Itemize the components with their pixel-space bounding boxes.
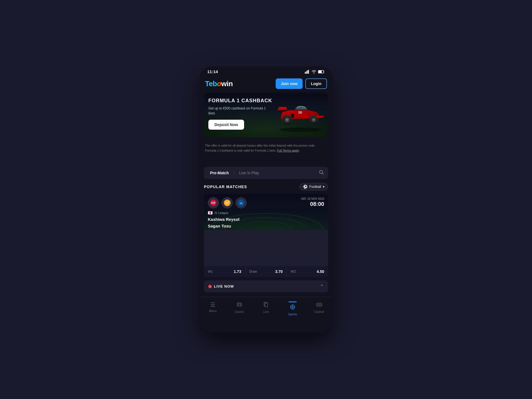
svg-rect-2 <box>307 70 308 74</box>
popular-matches-title: POPULAR MATCHES <box>204 185 247 189</box>
logo-o: o <box>217 80 221 88</box>
status-icons <box>305 70 325 74</box>
match-odds: W1 1.73 Draw 3.70 W2 4.50 <box>204 266 328 277</box>
nav-cashier-label: Cashier <box>314 310 324 313</box>
svg-point-35 <box>240 305 241 306</box>
team1-name: Kashiwa Reysol <box>208 216 324 223</box>
svg-rect-1 <box>306 71 307 74</box>
wifi-icon <box>311 70 316 74</box>
promo-title: FORMULA 1 CASHBACK <box>208 98 324 104</box>
odds-label-draw: Draw <box>249 270 257 273</box>
tab-live-in-play[interactable]: Live In Play <box>237 168 261 178</box>
svg-text:J1: J1 <box>240 202 242 204</box>
nav-cashier[interactable]: Cashier <box>306 300 332 318</box>
odds-w1[interactable]: W1 1.73 <box>204 266 245 277</box>
menu-icon: ☰ <box>210 301 215 308</box>
popular-header: POPULAR MATCHES ⚽ Football ▾ <box>204 183 328 191</box>
chevron-down-icon: ▾ <box>323 185 324 189</box>
svg-rect-37 <box>265 303 268 307</box>
nav-menu[interactable]: ☰ Menu <box>200 300 226 318</box>
match-datetime: SAT, 25 NOV 2023 08:00 <box>301 197 324 207</box>
match-teams: Kashiwa Reysol Sagan Tosu <box>208 216 324 229</box>
sports-icon <box>290 304 296 311</box>
odds-draw[interactable]: Draw 3.70 <box>245 266 287 277</box>
promo-description: Get up to €500 cashback on Formula 1 Bet… <box>208 106 272 116</box>
svg-rect-5 <box>318 71 322 73</box>
svg-point-33 <box>240 304 241 305</box>
search-icon-button[interactable] <box>319 170 324 177</box>
third-logo: J1 <box>236 197 247 208</box>
team2-name: Sagan Tosu <box>208 223 324 229</box>
status-time: 11:14 <box>207 69 218 74</box>
tab-divider <box>234 171 234 175</box>
odds-value-w2: 4.50 <box>317 269 324 274</box>
terms-section: The offer is valid for all deposit losse… <box>200 140 332 158</box>
casino-icon <box>236 301 242 309</box>
odds-w2[interactable]: W2 4.50 <box>287 266 328 277</box>
logo-teb: Teb <box>205 80 217 88</box>
svg-point-31 <box>238 304 239 305</box>
logo: Tebowin <box>205 80 233 88</box>
football-icon: ⚽ <box>303 185 308 189</box>
league-name: J1 League <box>214 211 228 214</box>
sport-selector-label: Football <box>309 185 321 189</box>
popular-matches-section: POPULAR MATCHES ⚽ Football ▾ <box>200 183 332 277</box>
svg-text:ST: ST <box>226 201 229 204</box>
chevron-up-icon: ⌃ <box>320 284 324 289</box>
deposit-now-button[interactable]: Deposit Now <box>208 120 244 130</box>
match-date: SAT, 25 NOV 2023 <box>301 197 324 200</box>
cashier-icon <box>316 301 322 309</box>
live-indicator-dot <box>208 285 212 288</box>
svg-point-34 <box>238 305 239 306</box>
svg-rect-0 <box>305 72 306 74</box>
nav-menu-label: Menu <box>209 309 217 313</box>
logo-win: win <box>221 80 233 88</box>
nav-sports-label: Sports <box>288 313 297 316</box>
search-bar: Pre-Match Live In Play <box>204 167 328 179</box>
live-now-label: LIVE NOW <box>214 284 234 288</box>
terms-link-text[interactable]: Full Terms apply <box>277 149 299 152</box>
header: Tebowin Join now Login <box>200 76 332 93</box>
svg-point-32 <box>239 304 240 305</box>
odds-label-w1: W1 <box>208 270 213 273</box>
match-time: 08:00 <box>301 201 324 207</box>
odds-value-w1: 1.73 <box>234 269 241 274</box>
live-now-left: LIVE NOW <box>208 284 234 288</box>
nav-live[interactable]: Live <box>253 300 279 318</box>
svg-point-20 <box>319 170 323 173</box>
login-button[interactable]: Login <box>305 78 327 89</box>
svg-rect-3 <box>308 70 309 74</box>
league-flag: 🇯🇵 <box>208 211 213 215</box>
nav-casino-label: Casino <box>235 310 244 313</box>
live-now-bar[interactable]: LIVE NOW ⌃ <box>204 280 328 292</box>
match-card: KR ST <box>204 194 328 277</box>
battery-icon <box>318 70 325 74</box>
phone-frame: 11:14 Tebowin Join no <box>200 66 332 332</box>
sport-selector[interactable]: ⚽ Football ▾ <box>299 183 328 191</box>
nav-live-label: Live <box>263 310 269 313</box>
signal-icon <box>305 70 310 74</box>
svg-rect-30 <box>237 303 242 306</box>
svg-text:KR: KR <box>211 201 216 204</box>
promo-banner: FORMULA 1 CASHBACK Get up to €500 cashba… <box>204 93 328 137</box>
match-league: 🇯🇵 J1 League <box>208 211 324 215</box>
team1-logo: KR <box>208 197 219 208</box>
bottom-nav: ☰ Menu Casino <box>200 297 332 322</box>
tab-prematch[interactable]: Pre-Match <box>208 168 231 178</box>
live-icon <box>263 301 269 309</box>
nav-sports[interactable]: Sports <box>279 300 306 318</box>
team2-logo: ST <box>222 197 233 208</box>
join-now-button[interactable]: Join now <box>276 78 303 89</box>
svg-point-40 <box>319 304 320 305</box>
status-bar: 11:14 <box>200 66 332 76</box>
header-buttons: Join now Login <box>276 78 327 89</box>
odds-value-draw: 3.70 <box>275 269 283 274</box>
team-logos: KR ST <box>208 197 247 208</box>
active-indicator <box>288 301 297 302</box>
odds-label-w2: W2 <box>291 270 296 273</box>
nav-casino[interactable]: Casino <box>226 300 253 318</box>
